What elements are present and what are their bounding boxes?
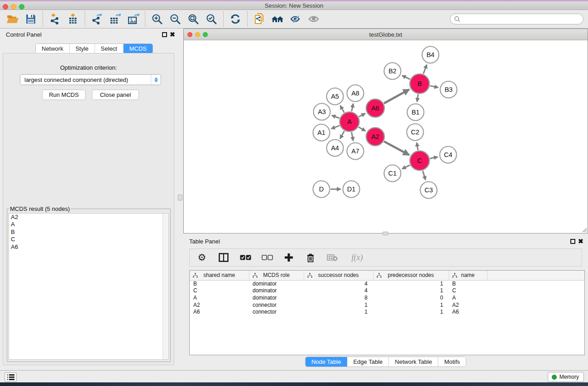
result-list-item[interactable]: A	[9, 221, 168, 228]
tab-edge-table[interactable]: Edge Table	[347, 357, 389, 367]
column-header-MCDS-role[interactable]: MCDS role	[249, 271, 304, 280]
edge-A-A8[interactable]	[352, 104, 354, 111]
result-list-item[interactable]: B	[9, 229, 168, 236]
run-mcds-button[interactable]: Run MCDS	[42, 90, 86, 100]
edge-A-A1[interactable]	[331, 125, 339, 129]
edge-A-A7[interactable]	[352, 132, 354, 141]
tab-style[interactable]: Style	[70, 44, 95, 53]
cell-MCDS-role[interactable]: connector	[249, 308, 304, 315]
cell-shared-name[interactable]: A	[190, 294, 249, 301]
edge-C-C4[interactable]	[430, 157, 438, 159]
node-A3[interactable]: A3	[314, 104, 330, 120]
tab-network-table[interactable]: Network Table	[389, 357, 438, 367]
memory-button[interactable]: Memory	[548, 372, 584, 382]
cell-shared-name[interactable]: C	[190, 287, 249, 295]
function-builder-button[interactable]: f(x)	[348, 252, 366, 263]
edge-B-B3[interactable]	[430, 86, 438, 88]
node-B[interactable]: B	[410, 74, 430, 94]
tab-motifs[interactable]: Motifs	[438, 357, 466, 367]
edge-A2-C[interactable]	[384, 141, 409, 155]
node-B2[interactable]: B2	[384, 63, 401, 80]
table-row[interactable]: A6connector11A6	[190, 308, 584, 315]
import-table-button[interactable]	[64, 11, 82, 27]
table-settings-button[interactable]: ⚙	[196, 252, 208, 263]
float-panel-icon[interactable]	[570, 239, 575, 244]
cell-successor-nodes[interactable]: 1	[304, 301, 373, 309]
cell-name[interactable]: A2	[449, 301, 487, 309]
add-row-button[interactable]	[283, 252, 295, 263]
table-row[interactable]: Adominator80A	[190, 294, 584, 301]
import-network-button[interactable]	[46, 11, 64, 27]
table-row[interactable]: Bdominator41B	[190, 280, 584, 287]
delete-table-button[interactable]	[326, 252, 338, 263]
copy-document-button[interactable]	[250, 11, 268, 27]
cell-predecessor-nodes[interactable]: 1	[373, 287, 449, 295]
result-list-item[interactable]: A6	[9, 243, 168, 251]
node-B4[interactable]: B4	[422, 47, 439, 63]
network-canvas[interactable]: B4B2BB3A8A5A6A3B1AA1C2A2A4A7C4CC1C3DD1	[184, 41, 588, 233]
tab-network[interactable]: Network	[36, 44, 70, 53]
node-A1[interactable]: A1	[313, 124, 330, 141]
node-C2[interactable]: C2	[407, 124, 424, 141]
column-header-name[interactable]: name	[449, 271, 487, 280]
horizontal-split-handle[interactable]	[382, 232, 388, 235]
node-C3[interactable]: C3	[421, 182, 437, 199]
show-eye-button[interactable]	[305, 11, 323, 27]
show-columns-button[interactable]	[218, 252, 229, 263]
mcds-result-list[interactable]: A2ABCA6	[9, 213, 169, 360]
close-panel-button[interactable]: Close panel	[92, 90, 139, 100]
export-image-button[interactable]	[124, 11, 142, 27]
cell-predecessor-nodes[interactable]: 0	[373, 294, 449, 301]
result-list-item[interactable]: C	[9, 236, 168, 243]
cell-MCDS-role[interactable]: dominator	[249, 287, 304, 295]
window-resize-grip[interactable]	[581, 226, 587, 233]
edge-A-A3[interactable]	[332, 115, 339, 118]
edge-C-C3[interactable]	[423, 171, 425, 180]
result-list-item[interactable]: A2	[9, 214, 168, 221]
edge-A-A6[interactable]	[359, 114, 365, 117]
edge-A-A2[interactable]	[359, 127, 365, 131]
node-C4[interactable]: C4	[440, 147, 457, 163]
cell-successor-nodes[interactable]: 8	[304, 294, 373, 301]
node-B1[interactable]: B1	[407, 104, 424, 121]
node-C1[interactable]: C1	[384, 165, 401, 182]
close-panel-icon[interactable]: ✖	[578, 238, 583, 245]
open-session-button[interactable]	[4, 11, 22, 27]
cell-shared-name[interactable]: B	[190, 280, 249, 287]
select-all-button[interactable]	[239, 252, 251, 263]
cell-predecessor-nodes[interactable]: 1	[373, 301, 449, 309]
export-table-button[interactable]	[106, 11, 124, 27]
cell-name[interactable]: B	[449, 280, 487, 287]
edge-B-B1[interactable]	[417, 94, 418, 101]
vertical-split-handle[interactable]	[178, 195, 182, 200]
edge-C-C1[interactable]	[402, 165, 410, 169]
cell-shared-name[interactable]: A2	[190, 301, 249, 309]
tab-mcds[interactable]: MCDS	[124, 44, 153, 53]
cell-name[interactable]: A6	[449, 308, 487, 315]
refresh-button[interactable]	[226, 11, 244, 27]
edge-C-C2[interactable]	[417, 143, 418, 150]
hide-glasses-button[interactable]	[287, 11, 305, 27]
export-network-button[interactable]	[88, 11, 106, 27]
column-header-successor-nodes[interactable]: successor nodes	[304, 271, 373, 280]
cell-successor-nodes[interactable]: 4	[304, 280, 373, 287]
result-scrollbar[interactable]	[163, 214, 168, 359]
edge-A-A4[interactable]	[340, 131, 344, 139]
task-history-button[interactable]	[5, 372, 17, 382]
edge-B-B4[interactable]	[423, 65, 426, 74]
node-C[interactable]: C	[410, 151, 430, 171]
tab-node-table[interactable]: Node Table	[306, 357, 348, 367]
search-input[interactable]	[460, 14, 583, 24]
node-B3[interactable]: B3	[440, 81, 457, 98]
zoom-fit-button[interactable]	[184, 11, 202, 27]
close-panel-icon[interactable]: ✖	[170, 31, 175, 38]
cell-successor-nodes[interactable]: 1	[304, 308, 373, 315]
cell-name[interactable]: C	[449, 287, 487, 295]
node-A4[interactable]: A4	[327, 140, 344, 157]
cell-shared-name[interactable]: A6	[190, 308, 249, 315]
cell-MCDS-role[interactable]: connector	[249, 301, 304, 309]
deselect-all-button[interactable]	[261, 252, 273, 263]
table-row[interactable]: A2connector11A2	[190, 301, 584, 309]
edge-A-A5[interactable]	[340, 105, 344, 112]
tab-select[interactable]: Select	[95, 44, 124, 53]
